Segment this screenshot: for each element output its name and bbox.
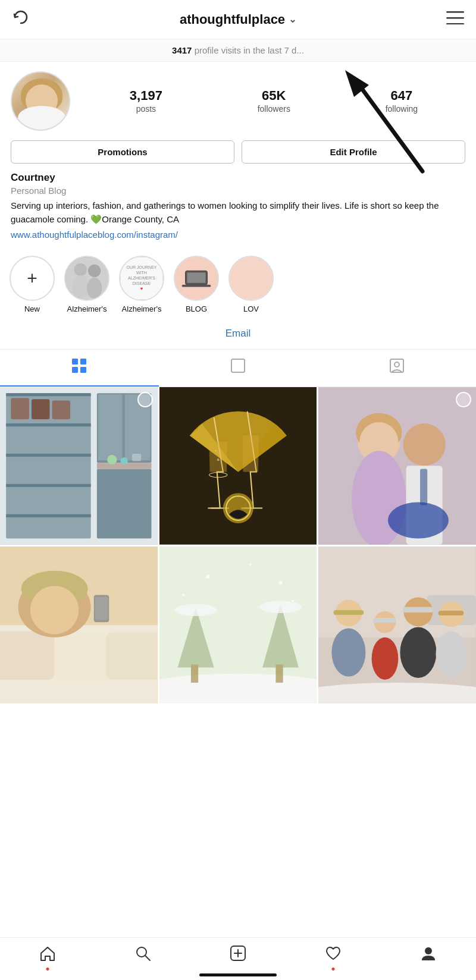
bio-category: Personal Blog [11,186,465,196]
story-item-blog[interactable]: BLOG [174,256,219,313]
stats-bar: 3417 profile visits in the last 7 d... [0,39,476,62]
svg-point-86 [372,637,399,679]
svg-rect-58 [0,631,55,679]
svg-rect-25 [6,423,91,426]
svg-point-52 [403,423,446,466]
profile-icon [420,945,437,966]
tab-posts[interactable] [159,350,318,387]
svg-rect-17 [72,367,78,373]
bio-link[interactable]: www.athoughtfulplaceblog.com/instagram/ [11,230,178,240]
svg-point-75 [249,563,251,566]
svg-rect-12 [187,272,205,283]
svg-rect-69 [191,664,198,683]
svg-rect-15 [72,359,78,365]
svg-rect-39 [132,454,141,461]
svg-rect-0 [446,11,464,13]
svg-rect-26 [6,454,91,457]
following-count[interactable]: 647 following [386,88,418,114]
svg-rect-90 [403,607,434,612]
posts-count[interactable]: 3,197 posts [130,88,162,114]
stories-row: + New A [0,246,476,322]
plus-icon: + [27,268,37,288]
promotions-button[interactable]: Promotions [11,140,234,164]
svg-rect-13 [182,285,211,287]
grid-cell-snow[interactable] [159,546,317,704]
svg-point-89 [400,627,437,678]
tab-tagged[interactable] [317,350,476,387]
action-buttons: Promotions Edit Profile [11,140,465,164]
svg-rect-34 [32,399,50,419]
story-item-alzheimer2[interactable]: OUR JOURNEY WITHALZHEIMER'SDISEASE ♥ Alz… [119,256,164,313]
svg-rect-35 [52,400,71,419]
svg-rect-54 [420,469,427,505]
grid-cell-couple[interactable] [318,387,476,545]
nav-new-post[interactable] [230,945,246,966]
svg-point-8 [88,265,101,277]
followers-count[interactable]: 65K followers [258,88,290,114]
edit-profile-button[interactable]: Edit Profile [242,140,465,164]
svg-point-43 [215,450,217,451]
home-indicator [199,973,277,976]
username-title[interactable]: athoughtfulplace ⌄ [180,12,296,27]
svg-rect-18 [80,367,86,373]
svg-rect-16 [80,359,86,365]
svg-point-21 [394,362,399,367]
svg-rect-30 [98,394,123,460]
svg-point-6 [74,263,87,276]
svg-point-92 [436,631,468,677]
story-item-alzheimer1[interactable]: Alzheimer's [64,256,109,313]
svg-point-55 [388,502,449,538]
svg-rect-93 [439,611,464,615]
tabs-row [0,350,476,387]
bio-name: Courtney [11,172,465,184]
svg-point-83 [332,628,366,676]
svg-rect-33 [11,398,29,419]
svg-rect-32 [97,469,152,538]
grid-cell-pantry[interactable] [0,387,158,545]
header: athoughtfulplace ⌄ [0,0,476,39]
grid-cell-family[interactable] [318,546,476,704]
svg-point-9 [87,278,102,299]
svg-point-100 [425,947,432,954]
heart-icon [325,945,342,966]
grid-icon [71,358,87,377]
svg-point-72 [174,604,217,615]
select-overlay [137,392,153,407]
svg-rect-28 [6,514,91,517]
photo-grid [0,387,476,703]
svg-point-42 [217,458,219,461]
svg-rect-24 [6,393,91,396]
svg-rect-1 [446,17,464,19]
svg-point-73 [259,601,302,612]
home-notification-dot [46,968,49,970]
svg-rect-14 [230,257,274,301]
grid-cell-selfie[interactable] [0,546,158,704]
home-icon [39,945,56,966]
profile-section: 3,197 posts 65K followers 647 following … [0,62,476,246]
svg-rect-60 [106,632,158,679]
nav-home[interactable] [39,945,56,966]
nav-activity[interactable] [325,945,342,966]
activity-notification-dot [332,968,335,970]
story-item-love[interactable]: LOV [228,256,274,313]
nav-profile[interactable] [420,945,437,966]
nav-search[interactable] [134,945,151,966]
tab-grid[interactable] [0,350,159,387]
svg-point-67 [159,673,317,703]
grid-cell-champagne[interactable] [159,387,317,545]
menu-icon[interactable] [446,10,464,29]
bio-text: Serving up interiors, fashion, and gathe… [11,199,465,226]
svg-point-77 [182,593,184,596]
svg-rect-27 [6,484,91,487]
svg-point-78 [292,599,294,602]
tagged-icon [389,358,405,377]
profile-counts: 3,197 posts 65K followers 647 following [82,88,465,114]
svg-point-37 [107,455,117,464]
avatar[interactable] [11,71,70,131]
back-icon[interactable] [12,8,30,30]
email-button[interactable]: Email [226,328,251,340]
chevron-down-icon: ⌄ [289,14,296,25]
svg-rect-87 [373,618,396,623]
story-item-new[interactable]: + New [10,256,55,313]
svg-point-74 [206,575,209,579]
